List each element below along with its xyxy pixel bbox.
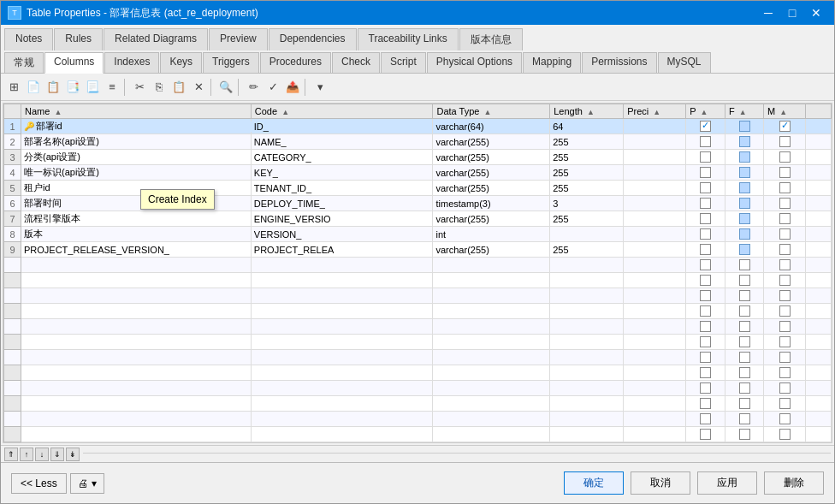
cell-length[interactable] [550,227,624,242]
empty-checkbox[interactable] [700,413,711,424]
empty-checkbox[interactable] [700,336,711,347]
empty-checkbox[interactable] [779,275,791,286]
empty-checkbox[interactable] [739,413,750,424]
fk-checkbox[interactable] [739,182,750,193]
mandatory-checkbox[interactable] [779,182,791,193]
empty-checkbox[interactable] [739,352,750,363]
print-button[interactable]: 🖨 ▾ [70,473,104,494]
cell-pk[interactable] [686,134,725,150]
cell-datatype[interactable]: timestamp(3) [433,196,550,211]
table-row[interactable]: 9PROJECT_RELEASE_VERSION_PROJECT_RELEAva… [4,242,832,258]
toolbar-edit-button[interactable]: ✏ [244,78,263,97]
toolbar-add2-button[interactable]: 📋 [44,78,62,97]
cell-fk[interactable] [725,242,763,258]
tab-script[interactable]: Script [381,52,426,73]
cell-code[interactable]: ENGINE_VERSIO [251,211,433,227]
empty-checkbox[interactable] [739,305,750,317]
tab-permissions[interactable]: Permissions [582,52,656,73]
empty-checkbox[interactable] [700,321,711,332]
fk-checkbox[interactable] [739,151,750,163]
cell-datatype[interactable]: varchar(255) [433,242,550,258]
table-row[interactable]: 6部署时间DEPLOY_TIME_timestamp(3)3 [4,196,832,211]
cell-length[interactable]: 3 [550,196,624,211]
cell-name[interactable]: 部署时间 [21,196,252,211]
mandatory-checkbox[interactable] [779,213,791,224]
cell-fk[interactable] [725,150,763,165]
maximize-button[interactable]: □ [781,4,803,21]
empty-checkbox[interactable] [739,259,750,270]
empty-checkbox[interactable] [739,429,750,440]
cell-mandatory[interactable] [764,134,806,150]
cell-fk[interactable] [725,165,763,181]
empty-checkbox[interactable] [779,336,791,347]
minimize-button[interactable]: ─ [757,4,779,21]
scroll-bottom-button[interactable]: ↡ [66,448,80,461]
empty-checkbox[interactable] [700,290,711,301]
pk-checkbox[interactable] [700,244,711,255]
cell-pk[interactable] [686,150,725,165]
fk-checkbox[interactable] [739,121,750,132]
cell-code[interactable]: ID_ [251,119,433,134]
cell-datatype[interactable]: varchar(255) [433,181,550,196]
tab-indexes[interactable]: Indexes [104,52,159,73]
empty-checkbox[interactable] [700,429,711,440]
tab-mapping[interactable]: Mapping [523,52,581,73]
cell-name[interactable]: 分类(api设置) [21,150,252,165]
col-f-header[interactable]: F ▲ [725,104,763,119]
cell-datatype[interactable]: int [433,227,550,242]
close-button[interactable]: ✕ [805,4,827,21]
toolbar-delete-button[interactable]: ✕ [189,78,208,97]
table-container[interactable]: Name ▲ Code ▲ Data Type ▲ Length [3,103,832,443]
cell-name[interactable]: 部署名称(api设置) [21,134,252,150]
empty-checkbox[interactable] [779,352,791,363]
col-datatype-header[interactable]: Data Type ▲ [433,104,550,119]
fk-checkbox[interactable] [739,213,750,224]
less-button[interactable]: << Less [11,473,67,494]
empty-checkbox[interactable] [739,367,750,378]
delete-button[interactable]: 删除 [764,471,824,495]
empty-checkbox[interactable] [700,382,711,394]
empty-checkbox[interactable] [700,305,711,317]
table-row[interactable]: 3分类(api设置)CATEGORY_varchar(255)255 [4,150,832,165]
tab-mysql[interactable]: MySQL [658,52,711,73]
empty-checkbox[interactable] [779,398,791,409]
cell-mandatory[interactable] [764,227,806,242]
col-p-header[interactable]: P ▲ [686,104,725,119]
table-row[interactable]: 7流程引擎版本ENGINE_VERSIOvarchar(255)255 [4,211,832,227]
toolbar-check-button[interactable]: ✓ [264,78,282,97]
cell-length[interactable]: 255 [550,242,624,258]
empty-checkbox[interactable] [700,275,711,286]
cell-pk[interactable] [686,242,725,258]
table-row[interactable]: 4唯一标识(api设置)KEY_varchar(255)255 [4,165,832,181]
mandatory-checkbox[interactable] [779,228,791,240]
table-row[interactable]: 5租户idTENANT_ID_varchar(255)255 [4,181,832,196]
pk-checkbox[interactable] [700,121,711,132]
mandatory-checkbox[interactable] [779,121,791,132]
empty-checkbox[interactable] [700,352,711,363]
tab-triggers[interactable]: Triggers [203,52,259,73]
empty-checkbox[interactable] [739,290,750,301]
cell-fk[interactable] [725,119,763,134]
cell-name[interactable]: 🔑 [21,119,252,134]
toolbar-export-button[interactable]: 📤 [283,78,302,97]
cancel-button[interactable]: 取消 [631,471,690,495]
empty-checkbox[interactable] [779,305,791,317]
cell-precision[interactable] [624,211,686,227]
fk-checkbox[interactable] [739,136,750,147]
mandatory-checkbox[interactable] [779,244,791,255]
cell-pk[interactable] [686,196,725,211]
scroll-page-down-button[interactable]: ⇓ [50,448,64,461]
cell-fk[interactable] [725,181,763,196]
cell-precision[interactable] [624,196,686,211]
pk-checkbox[interactable] [700,213,711,224]
cell-mandatory[interactable] [764,196,806,211]
mandatory-checkbox[interactable] [779,198,791,209]
cell-code[interactable]: VERSION_ [251,227,433,242]
empty-checkbox[interactable] [739,336,750,347]
tab-related-diagrams[interactable]: Related Diagrams [104,28,208,50]
col-name-header[interactable]: Name ▲ [21,104,252,119]
cell-code[interactable]: PROJECT_RELEA [251,242,433,258]
tab-columns[interactable]: Columns [44,52,104,74]
cell-mandatory[interactable] [764,150,806,165]
cell-datatype[interactable]: varchar(255) [433,150,550,165]
